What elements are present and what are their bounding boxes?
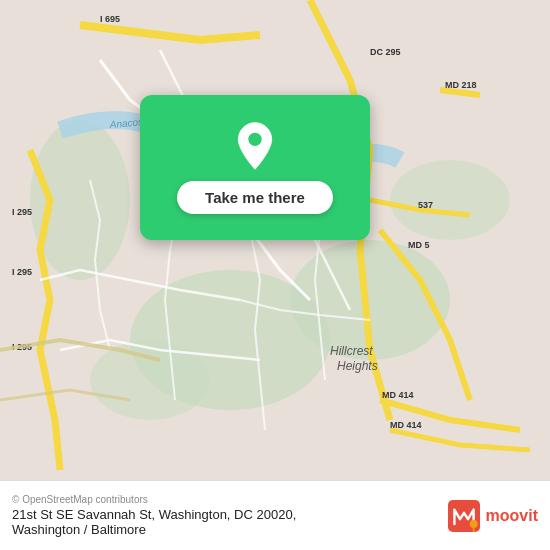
svg-point-19 (248, 133, 261, 146)
svg-text:DC 295: DC 295 (370, 47, 401, 57)
moovit-brand-name: moovit (486, 507, 538, 525)
map-background: Anacostia River I 695 DC 295 I 295 I 295… (0, 0, 550, 480)
svg-point-3 (390, 160, 510, 240)
svg-text:I 295: I 295 (12, 267, 32, 277)
svg-text:MD 414: MD 414 (390, 420, 422, 430)
svg-text:I 695: I 695 (100, 14, 120, 24)
moovit-icon (448, 500, 480, 532)
svg-point-21 (469, 520, 477, 528)
location-pin-icon (230, 121, 280, 171)
svg-text:I 295: I 295 (12, 207, 32, 217)
svg-text:Hillcrest: Hillcrest (330, 344, 373, 358)
address-section: © OpenStreetMap contributors 21st St SE … (12, 494, 296, 537)
map-container: Anacostia River I 695 DC 295 I 295 I 295… (0, 0, 550, 480)
svg-point-4 (30, 120, 130, 280)
svg-text:MD 414: MD 414 (382, 390, 414, 400)
location-popup: Take me there (140, 95, 370, 240)
svg-text:Heights: Heights (337, 359, 378, 373)
take-me-there-button[interactable]: Take me there (177, 181, 333, 214)
moovit-logo: moovit (448, 500, 538, 532)
copyright-text: © OpenStreetMap contributors (12, 494, 296, 505)
info-bar: © OpenStreetMap contributors 21st St SE … (0, 480, 550, 550)
svg-text:537: 537 (418, 200, 433, 210)
city-text: Washington / Baltimore (12, 522, 296, 537)
address-text: 21st St SE Savannah St, Washington, DC 2… (12, 507, 296, 522)
svg-text:MD 5: MD 5 (408, 240, 430, 250)
svg-text:MD 218: MD 218 (445, 80, 477, 90)
